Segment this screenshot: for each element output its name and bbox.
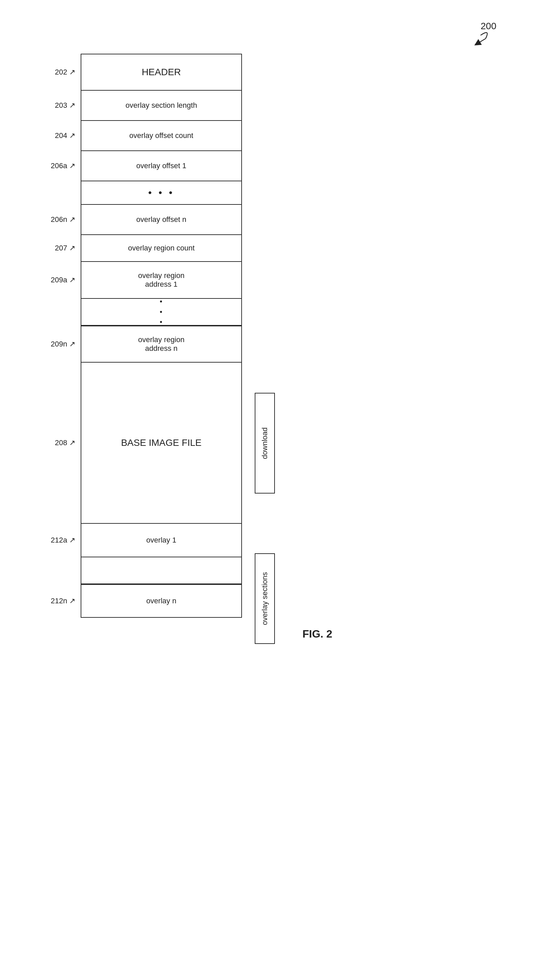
overlay-offset-count-block: overlay offset count 204 ↗ bbox=[81, 121, 242, 151]
label-212n: 212n ↗ bbox=[51, 597, 81, 605]
download-label: download bbox=[260, 427, 269, 459]
overlay-1-label: overlay 1 bbox=[146, 536, 176, 544]
base-image-label: BASE IMAGE FILE bbox=[121, 438, 202, 448]
label-207: 207 ↗ bbox=[55, 244, 81, 253]
label-206a: 206a ↗ bbox=[51, 161, 81, 170]
overlay-region-count-block: overlay region count 207 ↗ bbox=[81, 235, 242, 262]
dots-vertical-label: ••• bbox=[160, 296, 163, 327]
label-209n: 209n ↗ bbox=[51, 340, 81, 348]
page: 200 HEADER 202 ↗ overlay section length … bbox=[0, 0, 536, 980]
label-208: 208 ↗ bbox=[55, 439, 81, 447]
overlay-sections-bracket-box: overlay sections bbox=[255, 553, 275, 644]
overlay-offset-count-label: overlay offset count bbox=[129, 131, 193, 140]
overlay-region-addr-n-block: overlay region address n 209n ↗ bbox=[81, 326, 242, 363]
overlay-region-addr-1-block: overlay region address 1 209a ↗ bbox=[81, 262, 242, 299]
overlay-n-label: overlay n bbox=[146, 597, 176, 605]
dots-block-2: ••• bbox=[81, 299, 242, 326]
fig2-label: FIG. 2 bbox=[302, 628, 332, 640]
label-202: 202 ↗ bbox=[55, 68, 81, 76]
diagram-svg bbox=[0, 0, 536, 50]
overlay-sections-label: overlay sections bbox=[260, 572, 269, 625]
dots-horizontal-label: • • • bbox=[148, 187, 174, 199]
overlay-offset-1-label: overlay offset 1 bbox=[136, 161, 187, 170]
label-204: 204 ↗ bbox=[55, 131, 81, 140]
overlay-section-length-label: overlay section length bbox=[126, 101, 197, 110]
label-206n: 206n ↗ bbox=[51, 215, 81, 224]
label-212a: 212a ↗ bbox=[51, 536, 81, 544]
header-label: HEADER bbox=[142, 67, 181, 78]
overlay-region-addr-n-label: overlay region address n bbox=[138, 336, 185, 353]
overlay-region-addr-1-label: overlay region address 1 bbox=[138, 271, 185, 289]
overlay-section-length-block: overlay section length 203 ↗ bbox=[81, 91, 242, 121]
overlay-offset-n-label: overlay offset n bbox=[136, 215, 187, 224]
overlay-gap-block bbox=[81, 557, 242, 584]
overlay-1-block: overlay 1 212a ↗ bbox=[81, 524, 242, 557]
header-block: HEADER 202 ↗ bbox=[81, 54, 242, 91]
download-bracket-box: download bbox=[255, 393, 275, 493]
overlay-region-count-label: overlay region count bbox=[128, 244, 195, 253]
ref-200: 200 bbox=[480, 21, 496, 32]
label-209a: 209a ↗ bbox=[51, 276, 81, 284]
overlay-offset-n-block: overlay offset n 206n ↗ bbox=[81, 205, 242, 235]
dots-block-1: • • • bbox=[81, 181, 242, 205]
label-203: 203 ↗ bbox=[55, 101, 81, 110]
diagram-container: HEADER 202 ↗ overlay section length 203 … bbox=[81, 54, 242, 618]
base-image-block: BASE IMAGE FILE 208 ↗ bbox=[81, 363, 242, 524]
overlay-n-block: overlay n 212n ↗ bbox=[81, 584, 242, 618]
overlay-offset-1-block: overlay offset 1 206a ↗ bbox=[81, 151, 242, 181]
